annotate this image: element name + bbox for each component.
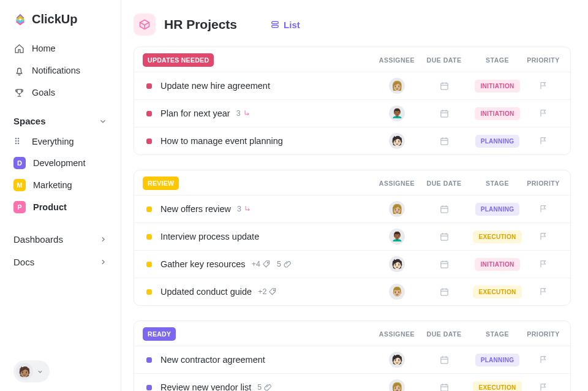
spaces-header[interactable]: Spaces (0, 104, 121, 131)
assignee-cell[interactable]: 👩🏼 (375, 201, 418, 217)
task-row[interactable]: Plan for next year3👨🏾‍🦱INITIATION (134, 99, 570, 127)
tag-icon (268, 287, 277, 296)
sidebar-item-development[interactable]: DDevelopment (0, 152, 121, 174)
task-row[interactable]: Review new vendor list5👩🏼EXECUTION (134, 373, 570, 391)
main-content: HR Projects List UPDATES NEEDEDASSIGNEED… (121, 0, 588, 391)
task-row[interactable]: New offers review3👩🏼PLANNING (134, 195, 570, 222)
svg-rect-18 (440, 384, 447, 391)
priority-cell[interactable] (525, 287, 562, 297)
clickup-logo-icon (13, 13, 27, 26)
priority-cell[interactable] (525, 259, 562, 269)
nav-notifications[interactable]: Notifications (0, 59, 121, 82)
col-stage[interactable]: STAGE (470, 56, 525, 64)
assignee-cell[interactable]: 👨🏼 (375, 284, 418, 300)
view-list[interactable]: List (270, 20, 300, 30)
stage-cell[interactable]: INITIATION (470, 258, 525, 271)
stage-cell[interactable]: INITIATION (470, 80, 525, 93)
calendar-icon (439, 259, 450, 270)
flag-icon (538, 232, 548, 241)
stage-cell[interactable]: PLANNING (470, 354, 525, 366)
due-date-cell[interactable] (418, 232, 470, 242)
due-date-cell[interactable] (418, 108, 470, 119)
stage-cell[interactable]: PLANNING (470, 135, 525, 148)
task-row[interactable]: Interview process update👨🏾‍🦱EXECUTION (134, 222, 570, 250)
col-stage[interactable]: STAGE (470, 180, 525, 187)
col-due[interactable]: DUE DATE (418, 180, 470, 187)
avatar: 🧑🏻 (389, 256, 405, 272)
col-priority[interactable]: PRIORITY (525, 56, 562, 64)
assignee-cell[interactable]: 🧑🏻 (375, 352, 418, 368)
assignee-cell[interactable]: 🧑🏻 (375, 256, 418, 272)
nav-goals[interactable]: Goals (0, 82, 121, 104)
stage-cell[interactable]: EXECUTION (470, 230, 525, 243)
nav-notifications-label: Notifications (32, 66, 80, 75)
due-date-cell[interactable] (418, 81, 470, 91)
svg-rect-12 (440, 233, 447, 240)
assignee-cell[interactable]: 👩🏼 (375, 78, 418, 94)
sidebar-item-marketing[interactable]: MMarketing (0, 174, 121, 196)
due-date-cell[interactable] (418, 204, 470, 214)
status-pill[interactable]: READY (143, 327, 176, 341)
task-title: Interview process update (160, 232, 259, 241)
nav-goals-label: Goals (32, 88, 55, 97)
extra-count[interactable]: +2 (258, 287, 277, 296)
stage-cell[interactable]: EXECUTION (470, 286, 525, 298)
priority-cell[interactable] (525, 232, 562, 241)
assignee-cell[interactable]: 👨🏾‍🦱 (375, 229, 418, 245)
user-menu[interactable]: 🧑🏽 (13, 360, 50, 382)
cube-icon (134, 13, 156, 36)
task-title-wrap: Update new hire agreement (160, 81, 375, 91)
col-due[interactable]: DUE DATE (418, 56, 470, 64)
col-due[interactable]: DUE DATE (418, 330, 470, 338)
priority-cell[interactable] (525, 204, 562, 214)
assignee-cell[interactable]: 👨🏾‍🦱 (375, 105, 418, 121)
col-priority[interactable]: PRIORITY (525, 180, 562, 187)
extra-count[interactable]: +4 (252, 260, 271, 268)
priority-cell[interactable] (525, 382, 562, 391)
priority-cell[interactable] (525, 136, 562, 146)
task-row[interactable]: Gather key resources+45🧑🏻INITIATION (134, 250, 570, 278)
attachment-count[interactable]: 5 (277, 260, 292, 268)
due-date-cell[interactable] (418, 355, 470, 365)
col-assignee[interactable]: ASSIGNEE (375, 330, 418, 338)
stage-cell[interactable]: INITIATION (470, 107, 525, 120)
svg-rect-8 (440, 83, 447, 89)
task-row[interactable]: Update new hire agreement👩🏼INITIATION (134, 72, 570, 99)
sidebar-item-product[interactable]: PProduct (0, 196, 121, 218)
task-title: How to manage event planning (160, 136, 283, 146)
stage-cell[interactable]: EXECUTION (470, 381, 525, 392)
stage-cell[interactable]: PLANNING (470, 203, 525, 216)
priority-cell[interactable] (525, 355, 562, 365)
view-list-label: List (284, 20, 300, 30)
status-pill[interactable]: REVIEW (143, 177, 179, 190)
stage-badge: PLANNING (475, 135, 520, 148)
task-row[interactable]: How to manage event planning🧑🏻PLANNING (134, 127, 570, 154)
col-stage[interactable]: STAGE (470, 330, 525, 338)
task-row[interactable]: Updated conduct guide+2👨🏼EXECUTION (134, 278, 570, 305)
due-date-cell[interactable] (418, 382, 470, 392)
due-date-cell[interactable] (418, 287, 470, 297)
subtask-count[interactable]: 3 (237, 205, 252, 213)
attachment-count[interactable]: 5 (257, 383, 272, 391)
nav-home[interactable]: Home (0, 37, 121, 59)
priority-cell[interactable] (525, 81, 562, 91)
col-assignee[interactable]: ASSIGNEE (375, 180, 418, 187)
assignee-cell[interactable]: 👩🏼 (375, 379, 418, 391)
status-pill[interactable]: UPDATES NEEDED (143, 53, 214, 67)
subtask-count[interactable]: 3 (236, 109, 251, 118)
col-assignee[interactable]: ASSIGNEE (375, 56, 418, 64)
task-row[interactable]: New contractor agreement🧑🏻PLANNING (134, 346, 570, 373)
assignee-cell[interactable]: 🧑🏻 (375, 133, 418, 149)
priority-cell[interactable] (525, 108, 562, 118)
col-priority[interactable]: PRIORITY (525, 330, 562, 338)
stage-badge: EXECUTION (473, 381, 521, 392)
svg-rect-9 (440, 110, 447, 117)
tag-icon (262, 260, 271, 268)
nav-docs[interactable]: Docs (0, 251, 121, 273)
due-date-cell[interactable] (418, 259, 470, 270)
nav-dashboards[interactable]: Dashboards (0, 228, 121, 251)
task-columns: 👩🏼INITIATION (375, 78, 562, 94)
sidebar-item-everything[interactable]: Everything (0, 131, 121, 152)
brand-logo[interactable]: ClickUp (0, 12, 121, 37)
due-date-cell[interactable] (418, 136, 470, 146)
